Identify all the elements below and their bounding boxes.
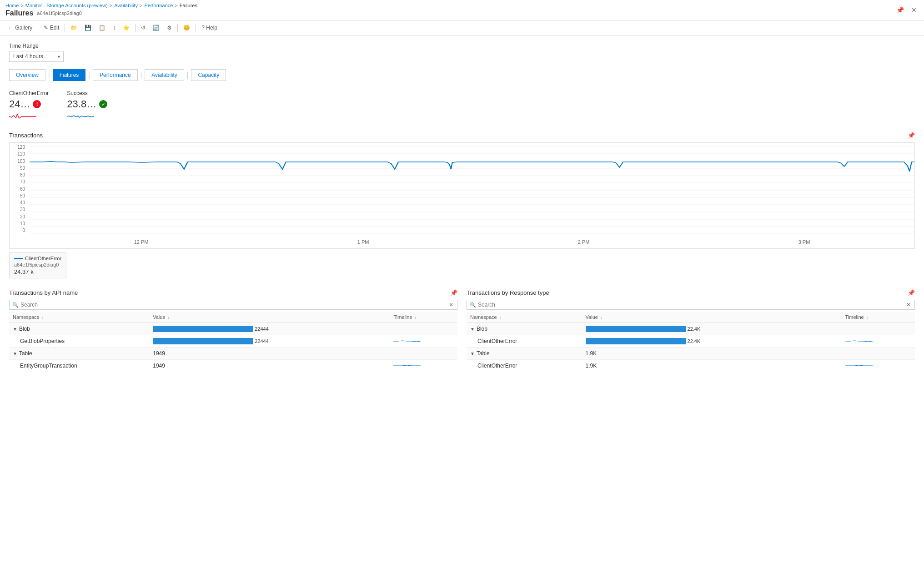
- breadcrumb-monitor[interactable]: Monitor - Storage Accounts (preview): [25, 3, 108, 8]
- table-response-header-row: Namespace ↕ Value ↕ Timeline ↕: [467, 312, 915, 323]
- page-title: Failures: [5, 9, 33, 17]
- timeline-entity-api: [390, 360, 457, 372]
- search-icon-response: 🔍: [470, 302, 476, 308]
- chart-svg: [30, 146, 914, 237]
- breadcrumb-performance[interactable]: Performance: [144, 3, 173, 8]
- chart-legend: ClientOtherError a64e1f5picsp2diag0 24.3…: [9, 252, 915, 278]
- table-api-pin-button[interactable]: 📌: [450, 289, 457, 296]
- table-row: EntityGroupTransaction 1949: [9, 360, 457, 372]
- group-name-table-api: ▼Table: [9, 348, 149, 360]
- group-value-table-resp: 1.9K: [582, 348, 842, 360]
- group-value-blob-resp: 22.4K: [582, 323, 842, 335]
- toolbar-separator-2: [65, 24, 65, 32]
- table-row: ▼Blob 22444: [9, 323, 457, 335]
- tab-overview[interactable]: Overview: [9, 69, 45, 81]
- child-value-getblob-api: 22444: [149, 335, 390, 348]
- col-resp-timeline: Timeline ↕: [842, 312, 915, 323]
- content-area: Time Range Last 1 hour Last 4 hours Last…: [0, 35, 924, 580]
- table-api-header-row: Namespace ↕ Value ↕ Timeline ↕: [9, 312, 457, 323]
- chart-y-labels: 120 110 100 90 80 70 60 50 40 30 20 10 0: [10, 143, 27, 235]
- group-name-blob-api: ▼Blob: [9, 323, 149, 335]
- breadcrumb-home[interactable]: Home: [5, 3, 19, 8]
- titlebar-left: Home > Monitor - Storage Accounts (previ…: [5, 3, 197, 17]
- close-button[interactable]: ✕: [909, 5, 919, 15]
- refresh-button[interactable]: 🔄: [150, 23, 162, 32]
- tab-separator-4: |: [187, 71, 189, 79]
- chart-x-labels: 12 PM 1 PM 2 PM 3 PM: [30, 237, 914, 245]
- tab-availability[interactable]: Availability: [145, 69, 184, 81]
- timeline-client-blob-resp: [842, 335, 915, 348]
- table-row: ClientOtherError 22.4K: [467, 335, 915, 348]
- legend-box: ClientOtherError a64e1f5picsp2diag0 24.3…: [9, 252, 66, 278]
- reset-button[interactable]: ↺: [138, 23, 148, 32]
- metric-card-success: Success 23.8… ✓: [67, 90, 107, 121]
- time-range-wrapper: Last 1 hour Last 4 hours Last 12 hours L…: [9, 51, 64, 62]
- child-name-client-blob-resp: ClientOtherError: [467, 335, 582, 348]
- chart-title: Transactions: [9, 132, 43, 139]
- time-range-select[interactable]: Last 1 hour Last 4 hours Last 12 hours L…: [9, 51, 64, 62]
- titlebar: Home > Monitor - Storage Accounts (previ…: [0, 0, 924, 20]
- search-clear-api[interactable]: ✕: [448, 302, 454, 308]
- favorite-button[interactable]: ⭐: [120, 23, 132, 32]
- legend-name: ClientOtherError: [25, 256, 61, 261]
- folder-button[interactable]: 📁: [68, 23, 80, 32]
- bar-client-blob: [586, 338, 686, 344]
- legend-line: ClientOtherError: [14, 256, 61, 261]
- settings-button[interactable]: ⚙: [164, 23, 175, 32]
- table-api-search-box[interactable]: 🔍 ✕: [9, 300, 457, 310]
- save-button[interactable]: 💾: [82, 23, 94, 32]
- timeline-blob-api: [390, 323, 457, 335]
- tab-separator-3: |: [141, 71, 142, 79]
- metric-label-success: Success: [67, 90, 107, 96]
- col-api-timeline: Timeline ↕: [390, 312, 457, 323]
- edit-button[interactable]: ✎ Edit: [41, 23, 62, 32]
- table-api: Namespace ↕ Value ↕ Timeline ↕ ▼Blob: [9, 312, 457, 372]
- titlebar-actions: 📌 ✕: [894, 5, 919, 15]
- chart-pin-button[interactable]: 📌: [908, 132, 915, 139]
- success-icon: ✓: [99, 100, 107, 108]
- table-response: Namespace ↕ Value ↕ Timeline ↕ ▼Blob: [467, 312, 915, 372]
- help-button[interactable]: ? Help: [199, 23, 220, 32]
- search-clear-response[interactable]: ✕: [905, 302, 912, 308]
- page-subtitle: a64e1f5picsp2diag0: [37, 10, 81, 16]
- child-name-entity-api: EntityGroupTransaction: [9, 360, 149, 372]
- tab-capacity[interactable]: Capacity: [191, 69, 226, 81]
- breadcrumb-availability[interactable]: Availability: [114, 3, 138, 8]
- clone-button[interactable]: 📋: [96, 23, 108, 32]
- tables-row: Transactions by API name 📌 🔍 ✕ Namespace…: [9, 289, 915, 372]
- chart-svg-wrapper: [30, 146, 914, 237]
- gallery-button[interactable]: ← Gallery: [5, 23, 35, 32]
- group-value-table-api: 1949: [149, 348, 390, 360]
- tab-performance[interactable]: Performance: [93, 69, 138, 81]
- pin-button[interactable]: 📌: [894, 5, 906, 15]
- child-value-client-table-resp: 1.9K: [582, 360, 842, 372]
- tab-separator-2: |: [88, 71, 90, 79]
- table-row: ▼Table 1949: [9, 348, 457, 360]
- table-api-header: Transactions by API name 📌: [9, 289, 457, 296]
- move-button[interactable]: ↕: [110, 23, 118, 32]
- tab-failures[interactable]: Failures: [53, 69, 86, 81]
- bar-blob-api: [153, 326, 253, 332]
- metric-value-client-error: 24…: [9, 98, 30, 110]
- error-icon: !: [33, 100, 41, 108]
- toolbar-separator-5: [196, 24, 196, 32]
- metrics-row: ClientOtherError 24… ! Success 23.8… ✓: [9, 90, 915, 121]
- child-value-entity-api: 1949: [149, 360, 390, 372]
- legend-account: a64e1f5picsp2diag0: [14, 262, 61, 267]
- sparkline-success: [67, 112, 107, 121]
- sparkline-error: [9, 112, 49, 121]
- table-response-search-box[interactable]: 🔍 ✕: [467, 300, 915, 310]
- table-response-search-input[interactable]: [478, 302, 905, 308]
- chart-container: 120 110 100 90 80 70 60 50 40 30 20 10 0: [9, 142, 915, 249]
- chart-header: Transactions 📌: [9, 132, 915, 139]
- table-api-search-input[interactable]: [20, 302, 448, 308]
- col-resp-namespace: Namespace ↕: [467, 312, 582, 323]
- toolbar-separator-1: [38, 24, 38, 32]
- emoji-button[interactable]: 😊: [181, 23, 193, 32]
- table-response-pin-button[interactable]: 📌: [908, 289, 915, 296]
- group-name-table-resp: ▼Table: [467, 348, 582, 360]
- metric-value-row-client-error: 24… !: [9, 98, 49, 110]
- bar-blob-resp: [586, 326, 686, 332]
- child-value-client-blob-resp: 22.4K: [582, 335, 842, 348]
- metric-value-row-success: 23.8… ✓: [67, 98, 107, 110]
